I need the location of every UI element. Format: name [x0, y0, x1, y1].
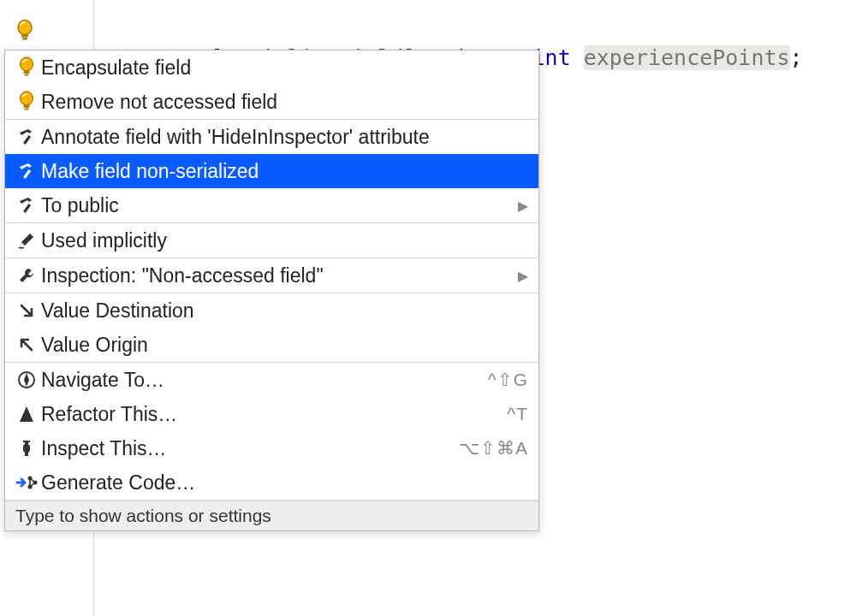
menu-item-label: Remove not accessed field [41, 91, 528, 114]
menu-group: Navigate To…^⇧G Refactor This…^T Inspect… [5, 363, 538, 500]
svg-rect-1 [21, 34, 28, 38]
svg-rect-5 [25, 74, 29, 76]
editor-area: [SerializeField] private int experienceP… [0, 0, 856, 616]
bulb-icon [12, 91, 41, 113]
menu-item-label: Generate Code… [41, 471, 528, 495]
menu-item-label: To public [41, 194, 511, 217]
menu-item-encapsulate-field[interactable]: Encapsulate field [5, 50, 538, 85]
compass-icon [12, 370, 41, 389]
menu-item-label: Value Destination [41, 299, 528, 323]
menu-item-make-field-non-serialized[interactable]: Make field non-serialized [5, 154, 538, 188]
menu-item-label: Navigate To… [41, 369, 488, 392]
svg-rect-12 [19, 247, 24, 249]
menu-item-label: Value Origin [41, 334, 528, 357]
bulb-icon [12, 56, 41, 79]
menu-group: Value Destination Value Origin [5, 293, 538, 363]
context-actions-menu[interactable]: Encapsulate field Remove not accessed fi… [4, 50, 539, 531]
menu-item-inspection-non-accessed-field[interactable]: Inspection: "Non-accessed field"▶ [5, 258, 538, 293]
menu-item-value-origin[interactable]: Value Origin [5, 328, 538, 362]
menu-footer[interactable]: Type to show actions or settings [5, 500, 538, 530]
gen-icon [12, 474, 41, 491]
menu-item-label: Used implicitly [41, 229, 528, 252]
wrench-icon [12, 266, 41, 285]
tri-icon [12, 405, 41, 424]
chevron-right-icon: ▶ [518, 198, 528, 214]
pen-icon [12, 231, 41, 250]
svg-rect-8 [25, 109, 29, 110]
semicolon: ; [790, 45, 803, 70]
menu-item-remove-not-accessed-field[interactable]: Remove not accessed field [5, 85, 538, 119]
menu-item-used-implicitly[interactable]: Used implicitly [5, 223, 538, 258]
menu-item-label: Make field non-serialized [41, 160, 528, 183]
intention-bulb[interactable] [15, 19, 34, 43]
menu-item-label: Annotate field with 'HideInInspector' at… [41, 126, 528, 149]
menu-item-label: Inspection: "Non-accessed field" [41, 264, 511, 287]
svg-rect-11 [23, 204, 31, 213]
hammer-icon [12, 127, 41, 147]
menu-item-refactor-this[interactable]: Refactor This…^T [5, 397, 538, 431]
keyword-int: int [532, 45, 584, 70]
field-name-highlighted[interactable]: experiencePoints [584, 45, 790, 70]
menu-item-navigate-to[interactable]: Navigate To…^⇧G [5, 363, 538, 397]
arrow-nw-icon [12, 336, 41, 353]
menu-group: Inspection: "Non-accessed field"▶ [5, 258, 538, 293]
menu-item-label: Encapsulate field [41, 56, 528, 80]
svg-rect-4 [24, 71, 30, 74]
svg-rect-9 [23, 135, 31, 145]
menu-item-generate-code[interactable]: Generate Code… [5, 465, 538, 500]
svg-rect-10 [23, 169, 31, 179]
menu-item-annotate-field-with-hideininspector-attr[interactable]: Annotate field with 'HideInInspector' at… [5, 120, 538, 154]
mag-icon [12, 439, 41, 458]
hammer-icon [12, 161, 41, 181]
menu-item-label: Inspect This… [41, 437, 459, 460]
menu-item-label: Refactor This… [41, 403, 507, 426]
menu-item-shortcut: ^T [507, 404, 528, 424]
menu-item-to-public[interactable]: To public▶ [5, 188, 538, 222]
chevron-right-icon: ▶ [518, 268, 528, 284]
menu-group: Encapsulate field Remove not accessed fi… [5, 50, 538, 120]
arrow-se-icon [12, 302, 41, 319]
menu-item-inspect-this[interactable]: Inspect This…⌥⇧⌘A [5, 431, 538, 465]
menu-item-value-destination[interactable]: Value Destination [5, 293, 538, 328]
svg-rect-7 [24, 105, 30, 108]
menu-group: Annotate field with 'HideInInspector' at… [5, 120, 538, 223]
menu-item-shortcut: ^⇧G [488, 370, 528, 390]
svg-rect-2 [22, 38, 27, 40]
hammer-icon [12, 195, 41, 216]
menu-item-shortcut: ⌥⇧⌘A [459, 438, 528, 459]
menu-group: Used implicitly [5, 223, 538, 258]
